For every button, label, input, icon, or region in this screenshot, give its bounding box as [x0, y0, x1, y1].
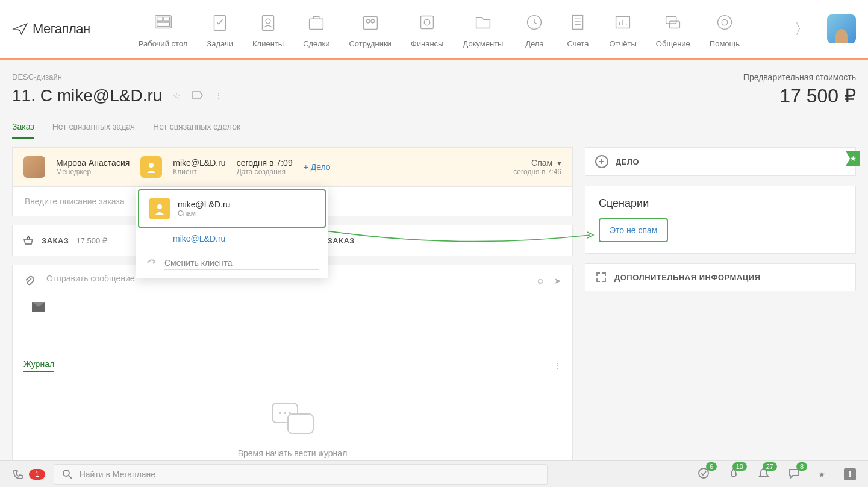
- envelope-icon[interactable]: [32, 302, 45, 312]
- client-role: Клиент: [173, 168, 225, 176]
- svg-rect-7: [310, 19, 323, 29]
- client-popup: mike@L&D.ru Спам mike@L&D.ru Сменить кли…: [136, 187, 328, 278]
- plus-circle-icon: +: [595, 155, 608, 168]
- more-icon[interactable]: ⋮: [214, 91, 223, 101]
- svg-rect-1: [157, 17, 163, 21]
- help-icon: [713, 11, 736, 34]
- page-header: DESC-дизайн 11. С mike@L&D.ru ☆ ⋮ Предва…: [0, 60, 868, 107]
- star-icon[interactable]: ☆: [173, 91, 181, 101]
- nav-item-deals[interactable]: Сделки: [303, 10, 329, 48]
- manager-avatar[interactable]: [23, 156, 45, 178]
- paper-plane-icon: [12, 20, 29, 37]
- send-icon[interactable]: ➤: [554, 276, 561, 286]
- manager-role: Менеджер: [56, 168, 130, 176]
- nav-item-reports[interactable]: Отчёты: [609, 10, 636, 48]
- folder-icon: [472, 11, 495, 34]
- phone-icon: [12, 468, 24, 480]
- svg-point-24: [718, 15, 732, 29]
- order-summary-row: Мирова Анастасия Менеджер mike@L&D.ru Кл…: [12, 147, 573, 187]
- popup-client-status: Спам: [178, 209, 230, 218]
- basket-icon: [22, 234, 34, 247]
- bb-chat[interactable]: 8: [788, 467, 800, 481]
- bb-fire[interactable]: 10: [728, 467, 740, 481]
- price-label: Предварительная стоимость: [743, 72, 856, 82]
- bb-checkmark[interactable]: 6: [698, 467, 710, 481]
- svg-point-28: [63, 470, 69, 476]
- expand-icon: [595, 271, 607, 283]
- nav-item-documents[interactable]: Документы: [463, 10, 503, 48]
- search-icon: [61, 468, 73, 480]
- nav-items: Рабочий стол Задачи Клиенты Сделки Сотру…: [139, 10, 787, 48]
- invoice-icon: [566, 11, 589, 34]
- popup-selected-client[interactable]: mike@L&D.ru Спам: [138, 189, 326, 228]
- change-client-input[interactable]: Сменить клиента: [164, 258, 319, 270]
- tabs: Заказ Нет связанных задач Нет связанных …: [0, 107, 868, 139]
- svg-point-10: [371, 19, 375, 23]
- deal-label: ДЕЛО: [616, 157, 639, 166]
- tab-no-tasks[interactable]: Нет связанных задач: [52, 122, 135, 139]
- scenarios-title: Сценарии: [599, 197, 842, 210]
- svg-line-29: [69, 476, 72, 479]
- svg-point-25: [722, 19, 728, 25]
- bb-alert[interactable]: !: [844, 468, 856, 480]
- nav-item-finance[interactable]: Финансы: [411, 10, 444, 48]
- popup-client-name: mike@L&D.ru: [178, 200, 230, 209]
- logo-text: Мегаплан: [33, 21, 90, 37]
- svg-rect-5: [263, 15, 274, 30]
- empty-chat-icon: [272, 403, 314, 439]
- order-label-2: ЗАКАЗ: [328, 236, 355, 245]
- scenarios-card: Сценарии Это не спам: [585, 186, 856, 254]
- clients-icon: [257, 11, 279, 34]
- bb-star[interactable]: ★: [818, 470, 826, 479]
- nav-item-desktop[interactable]: Рабочий стол: [139, 10, 188, 48]
- created-label: Дата создания: [237, 168, 293, 176]
- user-avatar[interactable]: [827, 14, 856, 43]
- bottom-bar: 1 Найти в Мегаплане 6 10 27 8 ★ !: [0, 460, 868, 487]
- bb-bell[interactable]: 27: [758, 467, 770, 481]
- svg-point-9: [366, 19, 370, 23]
- order-label: ЗАКАЗ: [42, 236, 69, 245]
- safe-icon: [416, 11, 439, 34]
- extra-info-card[interactable]: ДОПОЛНИТЕЛЬНАЯ ИНФОРМАЦИЯ: [585, 263, 856, 291]
- svg-rect-11: [421, 16, 434, 28]
- side-deal-card[interactable]: + ДЕЛО ★: [585, 147, 856, 176]
- svg-rect-2: [163, 17, 169, 21]
- tag-icon[interactable]: [192, 90, 204, 102]
- status-dropdown[interactable]: Спам ▾: [513, 158, 561, 168]
- nav-item-staff[interactable]: Сотрудники: [349, 10, 391, 48]
- emoji-icon[interactable]: ☺: [536, 276, 545, 286]
- svg-rect-8: [363, 16, 377, 29]
- logo[interactable]: Мегаплан: [12, 20, 90, 37]
- client-email[interactable]: mike@L&D.ru: [173, 158, 225, 168]
- nav-item-clients[interactable]: Клиенты: [252, 10, 284, 48]
- nav-item-chat[interactable]: Общение: [656, 10, 690, 48]
- svg-point-27: [157, 204, 162, 209]
- chat-icon: [661, 11, 684, 34]
- staff-icon: [359, 11, 382, 34]
- journal-tab[interactable]: Журнал: [23, 359, 54, 372]
- phone-indicator[interactable]: 1: [12, 468, 45, 480]
- svg-rect-14: [573, 15, 583, 29]
- tab-no-deals[interactable]: Нет связанных сделок: [153, 122, 240, 139]
- top-nav: Мегаплан Рабочий стол Задачи Клиенты Сде…: [0, 0, 868, 58]
- breadcrumb[interactable]: DESC-дизайн: [12, 72, 223, 81]
- svg-rect-3: [157, 22, 169, 27]
- nav-item-tasks[interactable]: Задачи: [207, 10, 233, 48]
- svg-point-12: [424, 19, 430, 25]
- nav-more-arrow[interactable]: 〉: [795, 19, 809, 39]
- popup-email-link[interactable]: mike@L&D.ru: [136, 230, 328, 247]
- not-spam-button[interactable]: Это не спам: [599, 218, 668, 242]
- manager-name: Мирова Анастасия: [56, 158, 130, 168]
- svg-point-6: [266, 19, 270, 24]
- add-deal-link[interactable]: + Дело: [304, 162, 331, 172]
- nav-item-help[interactable]: Помощь: [710, 10, 740, 48]
- add-order-card[interactable]: + ЗАКАЗ: [297, 225, 573, 256]
- tab-order[interactable]: Заказ: [12, 122, 34, 139]
- attachment-icon[interactable]: [23, 275, 36, 287]
- nav-item-invoices[interactable]: Счета: [566, 10, 590, 48]
- star-flag-icon[interactable]: ★: [846, 151, 860, 166]
- global-search[interactable]: Найти в Мегаплане: [54, 464, 548, 485]
- nav-item-affairs[interactable]: Дела: [522, 10, 546, 48]
- client-avatar-icon[interactable]: [140, 156, 162, 178]
- journal-more-icon[interactable]: ⋮: [553, 361, 561, 371]
